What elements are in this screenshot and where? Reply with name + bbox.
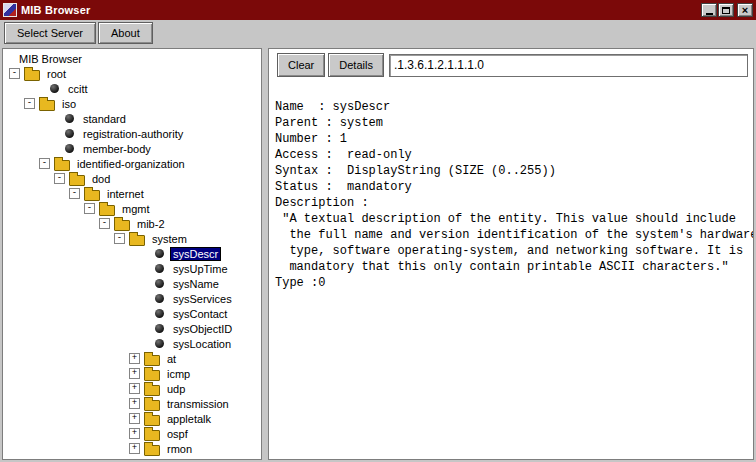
tree-node-label: ospf [165,428,190,440]
detail-line: Access : read-only [275,147,749,163]
leaf-icon [155,264,164,273]
tree-node-internet[interactable]: -internet [3,186,261,201]
folder-icon [144,355,160,366]
select-server-button[interactable]: Select Server [4,22,96,44]
detail-line: "A textual description of the entity. Th… [275,211,749,227]
minimize-icon [706,13,713,15]
tree-node-sysname[interactable]: sysName [3,276,261,291]
tree-node-appletalk[interactable]: +appletalk [3,411,261,426]
leaf-icon [65,144,74,153]
tree-node-registration-authority[interactable]: registration-authority [3,126,261,141]
mib-browser-window: MIB Browser × Select Server About MIB Br… [0,0,756,462]
tree-node-at[interactable]: +at [3,351,261,366]
collapse-icon[interactable]: - [69,188,80,199]
oid-input[interactable] [389,54,748,77]
title-bar: MIB Browser × [0,0,756,20]
expand-icon[interactable]: + [129,368,140,379]
folder-icon [144,385,160,396]
tree-node-sysservices[interactable]: sysServices [3,291,261,306]
tree-node-label: ccitt [66,83,90,95]
detail-line: type, software operating-system, and net… [275,243,749,259]
collapse-icon[interactable]: - [84,203,95,214]
tree-node-standard[interactable]: standard [3,111,261,126]
tree-node-ospf[interactable]: +ospf [3,426,261,441]
collapse-icon[interactable]: - [99,218,110,229]
maximize-button[interactable] [718,3,734,17]
tree-node-ccitt[interactable]: ccitt [3,81,261,96]
detail-line: Syntax : DisplayString (SIZE (0..255)) [275,163,749,179]
tree-node-root[interactable]: -root [3,66,261,81]
folder-icon [99,205,115,216]
expand-icon[interactable]: + [129,398,140,409]
collapse-icon[interactable]: - [114,233,125,244]
tree-node-label: sysContact [171,308,229,320]
tree-node-label: mgmt [120,203,152,215]
leaf-icon [155,279,164,288]
tree-node-sysuptime[interactable]: sysUpTime [3,261,261,276]
leaf-icon [155,294,164,303]
tree-node-label: sysUpTime [171,263,230,275]
window-controls: × [701,3,753,17]
collapse-icon[interactable]: - [39,158,50,169]
maximize-icon [722,7,730,14]
tree-node-icmp[interactable]: +icmp [3,366,261,381]
main-area: MIB Browser-rootccitt-isostandardregistr… [0,46,756,462]
collapse-icon[interactable]: - [9,68,20,79]
tree-node-label: at [165,353,178,365]
folder-icon [144,430,160,441]
tree-node-syscontact[interactable]: sysContact [3,306,261,321]
folder-icon [114,220,130,231]
detail-text: Name : sysDescrParent : systemNumber : 1… [269,81,753,459]
tree-node-sysobjectid[interactable]: sysObjectID [3,321,261,336]
details-button[interactable]: Details [328,53,384,77]
tree-node-mgmt[interactable]: -mgmt [3,201,261,216]
about-button[interactable]: About [98,22,153,44]
window-title: MIB Browser [21,4,701,16]
tree-node-mib-2[interactable]: -mib-2 [3,216,261,231]
expand-icon[interactable]: + [129,428,140,439]
tree-node-label: iso [60,98,78,110]
tree-node-iso[interactable]: -iso [3,96,261,111]
mib-tree-panel[interactable]: MIB Browser-rootccitt-isostandardregistr… [2,48,262,460]
folder-icon [129,235,145,246]
detail-line: Parent : system [275,115,749,131]
tree-node-udp[interactable]: +udp [3,381,261,396]
folder-icon [54,160,70,171]
leaf-icon [65,129,74,138]
tree-node-mib-browser[interactable]: MIB Browser [3,51,261,66]
folder-icon [24,70,40,81]
tree-node-label: mib-2 [135,218,167,230]
detail-panel: Clear Details Name : sysDescrParent : sy… [268,48,754,460]
folder-icon [144,370,160,381]
expand-icon[interactable]: + [129,353,140,364]
folder-icon [69,175,85,186]
collapse-icon[interactable]: - [54,173,65,184]
close-button[interactable]: × [737,3,753,17]
expand-icon[interactable]: + [129,383,140,394]
tree-node-label: standard [81,113,128,125]
minimize-button[interactable] [701,3,717,17]
clear-button[interactable]: Clear [277,53,325,77]
tree-node-label: root [45,68,68,80]
main-toolbar: Select Server About [0,20,756,46]
tree-node-transmission[interactable]: +transmission [3,396,261,411]
collapse-icon[interactable]: - [24,98,35,109]
leaf-icon [155,309,164,318]
expand-icon[interactable]: + [129,413,140,424]
detail-line: Description : [275,195,749,211]
tree-node-syslocation[interactable]: sysLocation [3,336,261,351]
app-icon [3,3,17,17]
expand-icon[interactable]: + [129,443,140,454]
tree-node-sysdescr[interactable]: sysDescr [3,246,261,261]
tree-node-label: udp [165,383,187,395]
tree-node-identified-organization[interactable]: -identified-organization [3,156,261,171]
tree-node-member-body[interactable]: member-body [3,141,261,156]
tree-node-system[interactable]: -system [3,231,261,246]
tree-node-label: MIB Browser [17,53,84,65]
detail-line: Number : 1 [275,131,749,147]
detail-line: mandatory that this only contain printab… [275,259,749,275]
close-icon: × [742,5,748,15]
tree-node-dod[interactable]: -dod [3,171,261,186]
folder-icon [39,100,55,111]
tree-node-rmon[interactable]: +rmon [3,441,261,456]
